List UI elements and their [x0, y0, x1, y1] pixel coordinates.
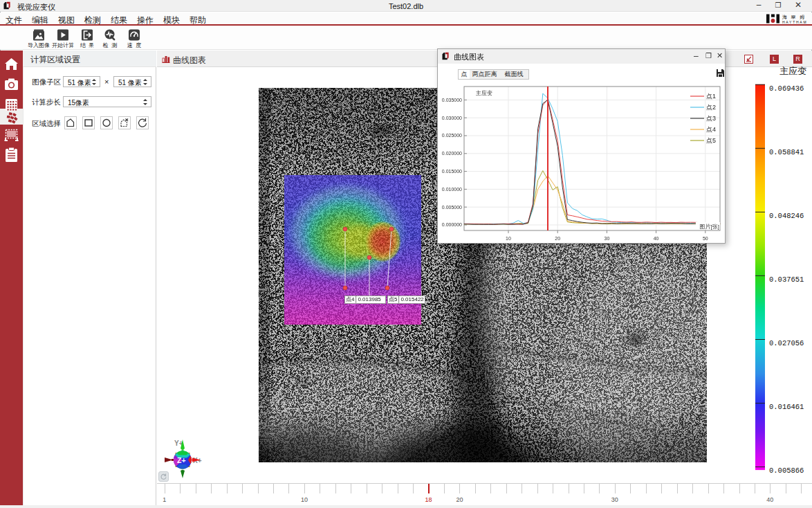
svg-text:点5: 点5 [706, 137, 716, 144]
svg-text:点3: 点3 [706, 115, 716, 122]
svg-text:0.015000: 0.015000 [442, 169, 462, 174]
svg-text:点2: 点2 [706, 104, 716, 111]
svg-text:10: 10 [506, 236, 511, 241]
svg-text:HAYTHAM: HAYTHAM [782, 20, 807, 24]
svg-text:点1: 点1 [706, 93, 716, 100]
svg-text:0.005000: 0.005000 [442, 205, 462, 210]
svg-text:主应变: 主应变 [475, 90, 492, 96]
svg-text:40: 40 [654, 236, 659, 241]
svg-text:0.020000: 0.020000 [442, 151, 462, 156]
svg-text:30: 30 [605, 236, 610, 241]
svg-text:0.030000: 0.030000 [442, 116, 462, 120]
svg-text:Z+: Z+ [177, 456, 186, 464]
svg-text:0.000000: 0.000000 [442, 222, 462, 227]
svg-text:0.010000: 0.010000 [442, 187, 462, 192]
svg-text:0.035000: 0.035000 [442, 98, 462, 102]
svg-text:0.025000: 0.025000 [442, 133, 462, 138]
svg-text:20: 20 [555, 236, 560, 241]
svg-text:图片[张]: 图片[张] [700, 224, 719, 230]
svg-text:50: 50 [703, 236, 708, 241]
svg-text:海翠姆: 海翠姆 [782, 15, 808, 20]
svg-text:点4: 点4 [706, 126, 716, 133]
